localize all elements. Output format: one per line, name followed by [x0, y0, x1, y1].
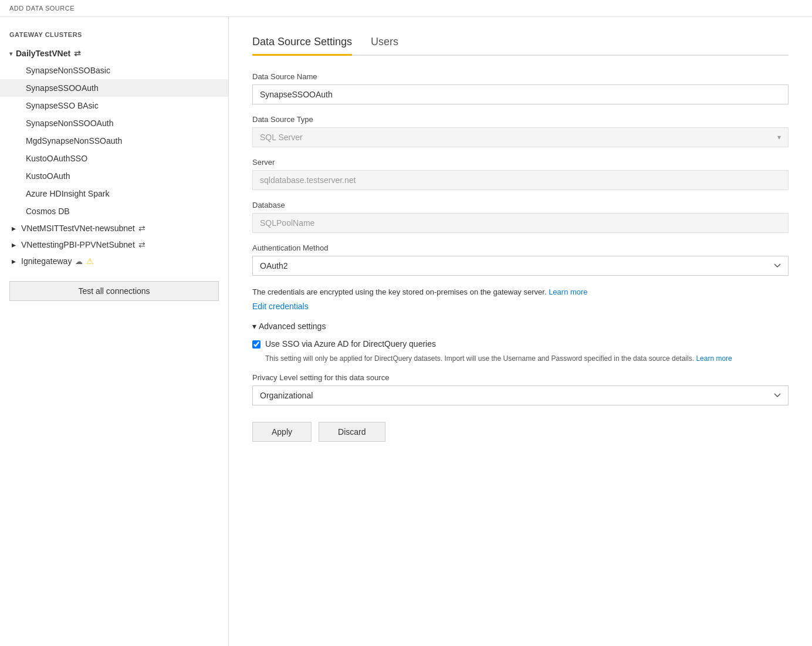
- chevron-right-icon: ▸: [9, 224, 18, 232]
- auth-method-select[interactable]: OAuth2 Windows Basic: [252, 256, 789, 276]
- data-source-name-label: Data Source Name: [252, 72, 789, 81]
- credentials-note-group: The credentials are encrypted using the …: [252, 286, 789, 311]
- learn-more-credentials-link[interactable]: Learn more: [549, 288, 587, 296]
- cloud-icon: ☁: [75, 257, 83, 266]
- privacy-level-select[interactable]: Organizational Private Public None: [252, 385, 789, 405]
- datasource-azure-hdinsight[interactable]: Azure HDInsight Spark: [0, 185, 228, 202]
- database-group: Database SQLPoolName: [252, 201, 789, 233]
- gateway-ignite[interactable]: ▸ Ignitegateway ☁ ⚠: [0, 253, 228, 269]
- edit-credentials-link[interactable]: Edit credentials: [252, 302, 309, 311]
- gateway-daily-test-vnet[interactable]: ▾ DailyTestVNet ⇄: [0, 45, 228, 62]
- sso-learn-more-link[interactable]: Learn more: [696, 354, 732, 363]
- gateway-vnet-testing-label: VNettestingPBI-PPVNetSubnet: [21, 240, 135, 249]
- apply-button[interactable]: Apply: [252, 422, 312, 442]
- chevron-down-icon-type: ▾: [777, 133, 781, 141]
- data-source-type-value: SQL Server ▾: [252, 127, 789, 147]
- datasource-kusto-oauth-sso[interactable]: KustoOAuthSSO: [0, 150, 228, 167]
- datasource-mgd-synapse[interactable]: MgdSynapseNonSSOauth: [0, 132, 228, 150]
- datasource-cosmos-db[interactable]: Cosmos DB: [0, 202, 228, 220]
- data-source-type-group: Data Source Type SQL Server ▾: [252, 115, 789, 147]
- server-label: Server: [252, 158, 789, 167]
- discard-button[interactable]: Discard: [319, 422, 385, 442]
- database-value: SQLPoolName: [252, 213, 789, 233]
- chevron-down-icon: ▾: [9, 50, 12, 57]
- advanced-settings-toggle[interactable]: ▾ Advanced settings: [252, 322, 789, 331]
- data-source-type-label: Data Source Type: [252, 115, 789, 124]
- test-all-connections-button[interactable]: Test all connections: [9, 281, 219, 301]
- tabs-container: Data Source Settings Users: [252, 31, 789, 56]
- gateway-vnet-msit[interactable]: ▸ VNetMSITTestVNet-newsubnet ⇄: [0, 220, 228, 236]
- sso-checkbox-label[interactable]: Use SSO via Azure AD for DirectQuery que…: [265, 339, 436, 349]
- network-icon-2: ⇄: [138, 224, 146, 233]
- network-icon: ⇄: [74, 49, 81, 58]
- database-label: Database: [252, 201, 789, 209]
- privacy-level-label: Privacy Level setting for this data sour…: [252, 373, 789, 382]
- button-row: Apply Discard: [252, 422, 789, 442]
- server-value: sqldatabase.testserver.net: [252, 170, 789, 190]
- chevron-down-icon-advanced: ▾: [252, 322, 256, 331]
- tab-data-source-settings[interactable]: Data Source Settings: [252, 31, 352, 56]
- top-bar: ADD DATA SOURCE: [0, 0, 812, 17]
- network-icon-3: ⇄: [138, 240, 146, 249]
- auth-method-group: Authentication Method OAuth2 Windows Bas…: [252, 243, 789, 276]
- sidebar: GATEWAY CLUSTERS ▾ DailyTestVNet ⇄ Synap…: [0, 17, 229, 646]
- gateway-label: DailyTestVNet: [16, 49, 70, 58]
- auth-method-label: Authentication Method: [252, 243, 789, 252]
- warning-icon: ⚠: [86, 256, 94, 266]
- main-content: Data Source Settings Users Data Source N…: [229, 17, 812, 646]
- data-source-name-group: Data Source Name: [252, 72, 789, 104]
- tab-users[interactable]: Users: [371, 31, 398, 56]
- datasource-kusto-oauth[interactable]: KustoOAuth: [0, 167, 228, 185]
- gateway-clusters-title: GATEWAY CLUSTERS: [0, 26, 228, 45]
- advanced-settings-group: ▾ Advanced settings Use SSO via Azure AD…: [252, 322, 789, 405]
- chevron-right-icon-2: ▸: [9, 241, 18, 249]
- gateway-ignite-label: Ignitegateway: [21, 256, 72, 266]
- privacy-level-group: Privacy Level setting for this data sour…: [252, 373, 789, 405]
- datasource-synapse-sso-auth[interactable]: SynapseSSOOAuth: [0, 79, 228, 97]
- datasource-synapse-non-sso-auth[interactable]: SynapseNonSSOOAuth: [0, 114, 228, 132]
- server-group: Server sqldatabase.testserver.net: [252, 158, 789, 190]
- datasource-synapse-sso-basic[interactable]: SynapseSSO BAsic: [0, 97, 228, 114]
- sso-description: This setting will only be applied for Di…: [265, 353, 789, 364]
- gateway-vnet-testing[interactable]: ▸ VNettestingPBI-PPVNetSubnet ⇄: [0, 236, 228, 253]
- datasource-synapse-non-sso-basic[interactable]: SynapseNonSSOBasic: [0, 62, 228, 79]
- top-bar-label: ADD DATA SOURCE: [9, 5, 75, 12]
- sso-checkbox[interactable]: [252, 340, 260, 349]
- sso-checkbox-row: Use SSO via Azure AD for DirectQuery que…: [252, 339, 789, 349]
- data-source-name-input[interactable]: [252, 84, 789, 104]
- chevron-right-icon-3: ▸: [9, 257, 18, 265]
- credentials-note: The credentials are encrypted using the …: [252, 286, 789, 298]
- gateway-vnet-msit-label: VNetMSITTestVNet-newsubnet: [21, 224, 135, 233]
